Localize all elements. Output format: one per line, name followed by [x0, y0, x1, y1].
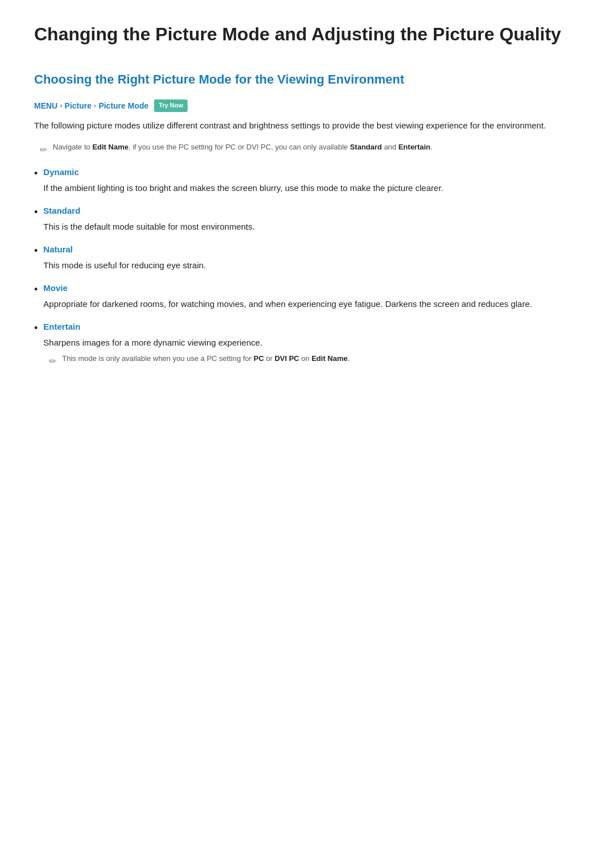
standard-term: Standard [43, 204, 580, 218]
natural-content: Natural This mode is useful for reducing… [43, 243, 580, 281]
bullet-dot-natural: • [34, 244, 38, 258]
entertain-desc: Sharpens images for a more dynamic viewi… [43, 336, 580, 350]
entertain-content: Entertain Sharpens images for a more dyn… [43, 320, 580, 378]
entertain-sub-note: ✏ This mode is only available when you u… [43, 353, 580, 369]
list-item-entertain: • Entertain Sharpens images for a more d… [34, 320, 580, 378]
note-entertain: Entertain [399, 143, 430, 151]
bullet-dot-entertain: • [34, 321, 38, 335]
note-standard: Standard [350, 143, 381, 151]
note-text: Navigate to Edit Name, if you use the PC… [53, 142, 433, 153]
list-item-natural: • Natural This mode is useful for reduci… [34, 243, 580, 281]
breadcrumb-sep-1: › [60, 100, 62, 112]
breadcrumb-picture-mode[interactable]: Picture Mode [98, 99, 148, 112]
movie-desc: Appropriate for darkened rooms, for watc… [43, 297, 580, 311]
entertain-note-text: This mode is only available when you use… [62, 353, 350, 364]
note-pencil-icon: ✏ [40, 143, 47, 157]
dynamic-content: Dynamic If the ambient lighting is too b… [43, 165, 580, 204]
bullet-dot-dynamic: • [34, 167, 38, 181]
breadcrumb: MENU › Picture › Picture Mode Try Now [34, 99, 580, 112]
breadcrumb-picture[interactable]: Picture [65, 99, 92, 112]
try-now-badge[interactable]: Try Now [154, 99, 188, 112]
modes-list: • Dynamic If the ambient lighting is too… [34, 165, 580, 378]
intro-text: The following picture modes utilize diff… [34, 119, 580, 132]
bullet-dot-movie: • [34, 283, 38, 297]
breadcrumb-sep-2: › [94, 100, 96, 112]
natural-term: Natural [43, 243, 580, 256]
entertain-note-dvi-pc: DVI PC [275, 354, 299, 363]
section-title: Choosing the Right Picture Mode for the … [34, 69, 580, 93]
breadcrumb-menu[interactable]: MENU [34, 99, 57, 112]
movie-term: Movie [43, 281, 580, 295]
natural-desc: This mode is useful for reducing eye str… [43, 259, 580, 272]
list-item-standard: • Standard This is the default mode suit… [34, 204, 580, 243]
standard-desc: This is the default mode suitable for mo… [43, 220, 580, 234]
list-item-dynamic: • Dynamic If the ambient lighting is too… [34, 165, 580, 204]
dynamic-desc: If the ambient lighting is too bright an… [43, 181, 580, 195]
note-edit-name-1: Edit Name [92, 143, 128, 151]
dynamic-term: Dynamic [43, 165, 580, 179]
entertain-note-edit-name: Edit Name [312, 354, 348, 363]
list-item-movie: • Movie Appropriate for darkened rooms, … [34, 281, 580, 320]
bullet-dot-standard: • [34, 205, 38, 219]
entertain-term: Entertain [43, 320, 580, 334]
standard-content: Standard This is the default mode suitab… [43, 204, 580, 243]
entertain-note-pencil-icon: ✏ [49, 354, 56, 369]
entertain-note-pc: PC [254, 354, 264, 363]
page-main-title: Changing the Picture Mode and Adjusting … [34, 23, 580, 47]
movie-content: Movie Appropriate for darkened rooms, fo… [43, 281, 580, 320]
note-item: ✏ Navigate to Edit Name, if you use the … [34, 142, 580, 157]
